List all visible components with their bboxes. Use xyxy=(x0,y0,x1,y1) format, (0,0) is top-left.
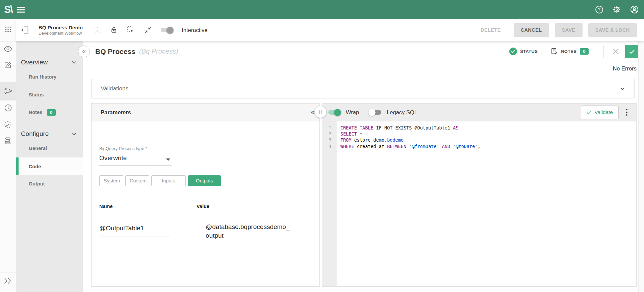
side-nav: Overview Run History Status Notes 0 Conf… xyxy=(16,41,83,292)
interactive-label: Interactive xyxy=(182,27,207,33)
validations-accordion[interactable]: Validations xyxy=(91,79,635,98)
code-gutter: 1234 xyxy=(322,121,337,286)
code-line[interactable]: SELECT * xyxy=(340,131,636,137)
preview-eye-icon[interactable] xyxy=(0,41,16,56)
code-line[interactable]: WHERE created_at BETWEEN '@fromDate' AND… xyxy=(340,143,636,149)
notes-icon xyxy=(550,48,558,55)
nav-item-label: General xyxy=(29,146,47,151)
chevron-down-icon xyxy=(620,87,625,90)
sidebar-item-output[interactable]: Output xyxy=(16,176,83,191)
nav-section-overview[interactable]: Overview xyxy=(16,56,83,69)
favorite-star-icon[interactable]: ☆ xyxy=(94,26,101,34)
more-options-kebab-icon[interactable] xyxy=(622,109,632,116)
status-check-icon xyxy=(509,47,517,56)
legacy-sql-label: Legacy SQL xyxy=(387,109,417,116)
delete-button[interactable]: DELETE xyxy=(473,23,508,37)
collapse-panel-icon[interactable]: « xyxy=(311,109,315,116)
close-icon[interactable] xyxy=(611,47,620,56)
nav-section-configure[interactable]: Configure xyxy=(16,127,83,141)
page-subtitle: (Bq Process) xyxy=(139,48,178,55)
help-icon[interactable]: ? xyxy=(595,5,603,14)
monitor-gauge-icon[interactable] xyxy=(0,117,16,132)
expand-sidebar-icon[interactable] xyxy=(0,273,16,288)
code-editor: 1234 CREATE TABLE IF NOT EXISTS @OutputT… xyxy=(322,121,636,286)
svg-text:?: ? xyxy=(598,7,601,12)
data-stack-icon[interactable] xyxy=(0,133,16,148)
process-type-value: Overwrite xyxy=(99,153,172,162)
nav-item-label: Run History xyxy=(29,74,56,80)
status-label: STATUS xyxy=(520,49,538,54)
code-line[interactable]: FROM estore_demo.bqdemo xyxy=(340,137,636,143)
panel-resize-handle[interactable] xyxy=(315,106,326,118)
line-number: 1 xyxy=(322,125,331,131)
collapse-view-icon[interactable] xyxy=(144,26,152,34)
cancel-button[interactable]: CANCEL xyxy=(514,23,549,37)
sidebar-item-code[interactable]: Code xyxy=(16,157,83,175)
workflow-title-block: BQ Process Demo Development Workflow xyxy=(38,25,83,36)
code-lines[interactable]: CREATE TABLE IF NOT EXISTS @OutputTable1… xyxy=(337,121,636,286)
wrap-label: Wrap xyxy=(346,109,359,116)
legacy-sql-toggle[interactable] xyxy=(369,110,381,115)
exit-workflow-icon[interactable] xyxy=(20,25,30,35)
workflow-title: BQ Process Demo xyxy=(38,25,83,30)
param-name-input[interactable]: @OutputTable1 xyxy=(99,225,171,236)
line-number: 4 xyxy=(322,143,331,149)
notes-count-badge: 0 xyxy=(47,109,55,116)
unlock-icon[interactable] xyxy=(110,26,118,34)
edit-note-icon[interactable] xyxy=(0,57,16,72)
validate-label: Validate xyxy=(594,109,613,115)
tab-system[interactable]: System xyxy=(99,175,123,186)
pipeline-icon[interactable] xyxy=(0,84,16,98)
status-chip[interactable]: STATUS xyxy=(509,47,538,56)
parameters-header: Parameters « xyxy=(92,104,319,121)
topbar-actions: ? xyxy=(595,5,644,14)
apps-grid-icon[interactable] xyxy=(0,22,16,37)
line-number: 2 xyxy=(322,131,331,137)
nav-item-label: Status xyxy=(29,92,44,97)
nav-section-label: Configure xyxy=(21,130,49,138)
interactive-toggle[interactable] xyxy=(161,28,173,32)
column-header-value: Value xyxy=(197,204,209,209)
settings-gear-icon[interactable] xyxy=(613,5,621,14)
process-type-select[interactable]: Overwrite xyxy=(99,153,172,166)
parameters-panel: Parameters « BigQuery Process type * Ove… xyxy=(91,103,320,287)
workflow-toolbar: BQ Process Demo Development Workflow ☆ I… xyxy=(16,19,644,41)
page-title: BQ Process xyxy=(95,48,135,56)
save-button[interactable]: SAVE xyxy=(555,23,583,37)
parameter-tabs: System Custom Inputs Outputs xyxy=(99,175,221,186)
sidebar-item-run-history[interactable]: Run History xyxy=(16,69,83,84)
nav-item-label: Notes xyxy=(29,110,42,115)
tab-outputs[interactable]: Outputs xyxy=(188,175,221,186)
account-icon[interactable] xyxy=(630,5,639,14)
page-scrollbar[interactable] xyxy=(638,41,644,292)
sidebar-item-status[interactable]: Status xyxy=(16,87,83,102)
chevron-down-icon xyxy=(72,132,77,136)
validate-button[interactable]: Validate xyxy=(581,106,619,119)
sidebar-item-general[interactable]: General xyxy=(16,141,83,156)
chevron-down-icon xyxy=(72,61,77,64)
sidebar-item-notes[interactable]: Notes 0 xyxy=(16,105,83,120)
check-icon xyxy=(587,110,592,115)
brand-logo: S\ xyxy=(0,4,17,16)
collapse-back-icon[interactable]: « xyxy=(78,46,90,57)
nav-item-label: Code xyxy=(29,164,41,169)
param-value-text: @database.bqprocessdemo_output xyxy=(206,223,291,240)
parameters-title: Parameters xyxy=(101,109,131,116)
tab-custom[interactable]: Custom xyxy=(125,175,149,186)
notes-chip[interactable]: NOTES 0 xyxy=(550,48,589,55)
confirm-check-button[interactable] xyxy=(625,45,639,58)
toolbar-left: BQ Process Demo Development Workflow ☆ I… xyxy=(16,25,207,36)
column-header-name: Name xyxy=(99,204,113,209)
code-line[interactable]: CREATE TABLE IF NOT EXISTS @OutputTable1… xyxy=(340,125,636,131)
save-lock-button[interactable]: SAVE & LOCK xyxy=(588,23,637,37)
wrap-toggle[interactable] xyxy=(328,110,340,115)
process-header: « BQ Process (Bq Process) STATUS NOTES 0 xyxy=(83,41,644,62)
tab-inputs[interactable]: Inputs xyxy=(151,175,186,186)
history-clock-icon[interactable] xyxy=(0,100,16,115)
hamburger-menu-icon[interactable] xyxy=(17,7,25,13)
dropdown-caret-icon xyxy=(166,158,170,161)
header-actions: STATUS NOTES 0 xyxy=(509,45,644,58)
code-toolbar-right: Validate xyxy=(581,106,636,119)
app-root: S\ ? xyxy=(0,0,644,292)
marquee-select-icon[interactable] xyxy=(126,26,135,34)
